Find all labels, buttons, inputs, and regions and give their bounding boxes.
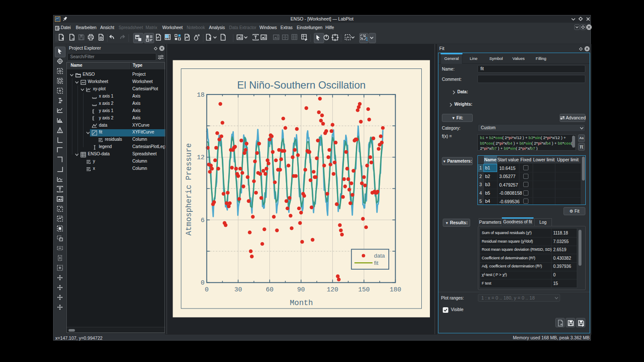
svg-text:90: 90: [297, 286, 305, 294]
svg-text:30: 30: [234, 286, 242, 294]
svg-text:180: 180: [390, 286, 401, 294]
svg-text:60: 60: [266, 286, 274, 294]
svg-text:120: 120: [327, 286, 338, 294]
svg-text:El Niño-Southern Oscillation: El Niño-Southern Oscillation: [237, 79, 366, 91]
svg-text:Month: Month: [290, 299, 313, 307]
svg-text:150: 150: [358, 286, 370, 294]
svg-text:12: 12: [197, 154, 205, 161]
svg-text:data: data: [374, 252, 385, 259]
svg-text:Atmospheric Pressure: Atmospheric Pressure: [185, 143, 193, 235]
svg-text:6: 6: [201, 217, 205, 224]
svg-text:0: 0: [201, 279, 205, 287]
svg-text:18: 18: [197, 92, 205, 99]
svg-text:1: 1: [366, 37, 368, 42]
svg-text:fit: fit: [374, 260, 379, 266]
svg-text:0: 0: [205, 286, 209, 294]
